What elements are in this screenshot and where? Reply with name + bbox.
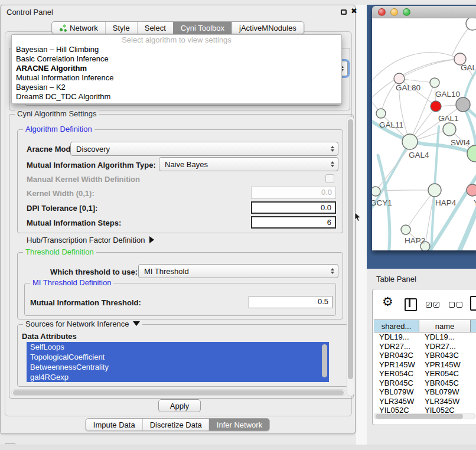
column-header[interactable]: name (419, 320, 471, 332)
dropdown-item[interactable]: Bayesian – K2 (12, 83, 341, 92)
dropdown-item[interactable]: Bayesian – Hill Climbing (12, 45, 341, 54)
sources-group-title[interactable]: Sources for Network Inference (23, 320, 142, 328)
table-row[interactable]: YBL079WYBL079W (374, 387, 475, 397)
table-cell[interactable]: 9. (471, 406, 475, 413)
table-cell[interactable]: YDL19... (374, 332, 419, 342)
table-row[interactable]: YIL052CYIL052C9. (374, 406, 475, 413)
table-cell[interactable]: YIL052C (419, 406, 471, 413)
manual-kernel-width-checkbox[interactable] (325, 174, 334, 183)
table-cell[interactable]: YPR145W (374, 360, 419, 370)
network-edge[interactable] (406, 190, 435, 230)
table-cell[interactable]: 8. (471, 369, 475, 379)
network-node[interactable] (372, 187, 380, 196)
table-rows[interactable]: YDL19...YDL19...13YDR27...YDR27...12YBR0… (374, 332, 475, 413)
tab-discretize-data[interactable]: Discretize Data (142, 419, 209, 431)
table-row[interactable]: YBR045CYBR045C9. (374, 379, 475, 388)
network-node[interactable] (466, 18, 476, 30)
table-cell[interactable]: 12 (471, 342, 475, 351)
table-row[interactable]: YDR27...YDR27...12 (374, 342, 475, 351)
table-cell[interactable]: YBR045C (374, 379, 419, 388)
table-cell[interactable]: 9. (471, 360, 475, 370)
tab-network[interactable]: Network (52, 22, 105, 34)
dropdown-item[interactable]: ARACNE Algorithm (12, 64, 341, 73)
table-cell[interactable] (471, 351, 475, 360)
table-row[interactable]: YDL19...YDL19...13 (374, 332, 475, 342)
network-node[interactable] (401, 225, 410, 234)
gear-icon[interactable]: ⚙ (382, 295, 393, 309)
table-cell[interactable]: YDR27... (374, 342, 419, 351)
dropdown-item[interactable]: Basic Correlation Inference (12, 54, 341, 64)
minimize-traffic-light-icon[interactable] (390, 8, 398, 16)
table-cell[interactable]: 13 (471, 332, 475, 342)
tab-select[interactable]: Select (137, 22, 173, 34)
tab-impute-data[interactable]: Impute Data (86, 419, 142, 431)
which-threshold-combo[interactable]: MI Threshold (138, 264, 338, 278)
list-item[interactable]: gal4RGexp (27, 372, 329, 382)
table-cell[interactable]: YER054C (419, 369, 471, 379)
table-cell[interactable]: 9. (471, 397, 475, 406)
kernel-width-input[interactable]: 0.0 (251, 187, 336, 199)
table-horizontal-scrollbar[interactable] (374, 413, 475, 419)
settings-horizontal-scrollbar[interactable] (11, 389, 345, 396)
table-row[interactable]: YBR043CYBR043C (374, 351, 475, 360)
network-node[interactable] (443, 123, 456, 136)
table-cell[interactable]: YLR345W (419, 397, 471, 406)
table-cell[interactable]: YIL052C (374, 406, 419, 413)
table-cell[interactable]: YDR27... (419, 342, 471, 351)
select-all-checkboxes-icon[interactable]: ✓✓ (426, 302, 439, 308)
tab-infer-network[interactable]: Infer Network (209, 419, 269, 431)
table-header[interactable]: shared...nameA (374, 319, 476, 332)
table-cell[interactable]: YBR045C (419, 379, 471, 388)
dropdown-item[interactable]: Dream8 DC_TDC Algorithm (12, 92, 341, 102)
column-header[interactable]: A (471, 320, 476, 332)
network-node[interactable] (467, 145, 476, 162)
apply-button[interactable]: Apply (158, 399, 201, 412)
network-window-titlebar[interactable] (372, 6, 476, 18)
table-cell[interactable] (471, 387, 475, 397)
table-cell[interactable]: YBL079W (374, 387, 419, 397)
list-item[interactable]: SelfLoops (27, 342, 329, 352)
close-icon[interactable]: ✖ (351, 6, 357, 15)
float-window-icon[interactable] (341, 9, 347, 15)
list-scrollbar-thumb[interactable] (322, 344, 327, 377)
network-node[interactable] (402, 134, 418, 149)
column-header[interactable]: shared... (374, 320, 419, 332)
tab-jactivemnodules[interactable]: jActiveMNodules (232, 22, 304, 34)
table-cell[interactable]: YBR043C (419, 351, 471, 360)
dropdown-item[interactable]: Mutual Information Inference (12, 73, 341, 83)
tab-cyni-toolbox[interactable]: Cyni Toolbox (173, 22, 232, 34)
network-node[interactable] (394, 73, 405, 84)
table-row[interactable]: YLR345WYLR345W9. (374, 397, 475, 406)
table-cell[interactable]: YER054C (374, 369, 419, 379)
hub-definition-expander[interactable]: Hub/Transcription Factor Definition (27, 236, 154, 244)
table-cell[interactable]: YBR043C (374, 351, 419, 360)
deselect-all-checkboxes-icon[interactable] (449, 302, 462, 308)
list-item[interactable]: TopologicalCoefficient (27, 352, 329, 362)
network-node[interactable] (456, 97, 470, 112)
close-traffic-light-icon[interactable] (378, 8, 386, 16)
dpi-tolerance-input[interactable]: 0.0 (251, 201, 336, 214)
table-cell[interactable]: YLR345W (374, 397, 419, 406)
network-node[interactable] (428, 184, 441, 197)
table-cell[interactable]: YDL19... (419, 332, 471, 342)
table-cell[interactable]: YPR145W (419, 360, 471, 370)
document-icon[interactable] (470, 296, 476, 311)
mi-threshold-input[interactable]: 0.5 (249, 296, 332, 308)
list-item[interactable]: BetweennessCentrality (27, 362, 329, 372)
table-cell[interactable]: 9. (471, 379, 475, 388)
network-node[interactable] (376, 109, 386, 118)
split-columns-icon[interactable] (405, 298, 417, 311)
network-view-window[interactable]: GALGAL80GAL10GAL1GAL11SWI4GAL4GCY1HAP4YH… (372, 6, 476, 250)
mi-algorithm-type-combo[interactable]: Naive Bayes (159, 157, 338, 171)
network-edge[interactable] (399, 59, 460, 79)
settings-vertical-scrollbar[interactable] (347, 116, 354, 396)
network-canvas[interactable]: GALGAL80GAL10GAL1GAL11SWI4GAL4GCY1HAP4YH… (372, 18, 476, 250)
table-row[interactable]: YPR145WYPR145W9. (374, 360, 475, 370)
zoom-traffic-light-icon[interactable] (403, 8, 410, 16)
network-node[interactable] (467, 184, 476, 196)
table-row[interactable]: YER054CYER054C8. (374, 369, 475, 379)
network-node[interactable] (431, 101, 441, 112)
mi-steps-input[interactable]: 6 (251, 216, 336, 229)
data-attributes-list[interactable]: SelfLoopsTopologicalCoefficientBetweenne… (27, 342, 329, 382)
tab-style[interactable]: Style (105, 22, 137, 34)
